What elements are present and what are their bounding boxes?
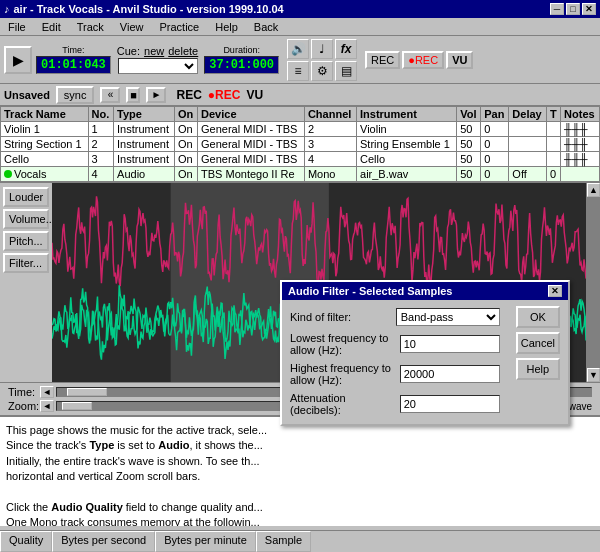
filter-kind-row: Kind of filter: Band-pass Low-pass High-… — [290, 308, 500, 326]
lowest-freq-input[interactable] — [400, 335, 500, 353]
play-button[interactable]: ▶ — [4, 46, 32, 74]
filter-kind-label: Kind of filter: — [290, 311, 392, 323]
table-cell: 1 — [88, 122, 114, 137]
menu-edit[interactable]: Edit — [38, 20, 65, 34]
table-cell: Mono — [304, 167, 356, 182]
table-cell: Violin — [357, 122, 457, 137]
table-cell: Cello — [357, 152, 457, 167]
toolbar: ▶ Time: 01:01:043 Cue: new delete Durati… — [0, 36, 600, 84]
dialog-title-bar: Audio Filter - Selected Samples ✕ — [282, 282, 568, 300]
table-row[interactable]: Cello3InstrumentOnGeneral MIDI - TBS4Cel… — [1, 152, 600, 167]
th-no: No. — [88, 107, 114, 122]
filter-button[interactable]: Filter... — [3, 253, 49, 273]
th-notes: Notes — [561, 107, 600, 122]
settings-icon[interactable]: ⚙ — [311, 61, 333, 81]
vu-label: VU — [246, 88, 263, 102]
highest-freq-row: Highest frequency to allow (Hz): — [290, 362, 500, 386]
rec-label: REC — [176, 88, 201, 102]
menu-view[interactable]: View — [116, 20, 148, 34]
table-cell: 3 — [304, 137, 356, 152]
th-vol: Vol — [457, 107, 481, 122]
bottom-tabs: Quality Bytes per second Bytes per minut… — [0, 530, 600, 552]
minimize-button[interactable]: ─ — [550, 3, 564, 15]
table-cell: On — [175, 122, 198, 137]
maximize-button[interactable]: □ — [566, 3, 580, 15]
nav-next-button[interactable]: ► — [146, 87, 166, 103]
zoom-scroll-left[interactable]: ◄ — [40, 400, 54, 412]
table-cell: Instrument — [114, 137, 175, 152]
louder-button[interactable]: Louder — [3, 187, 49, 207]
time-label: Time: — [62, 45, 84, 55]
th-pan: Pan — [481, 107, 509, 122]
rec-red-button[interactable]: ●REC — [402, 51, 444, 69]
filter-kind-select[interactable]: Band-pass Low-pass High-pass Notch — [396, 308, 500, 326]
app-icon: ♪ — [4, 3, 10, 15]
table-cell: 2 — [304, 122, 356, 137]
table-row[interactable]: String Section 12InstrumentOnGeneral MID… — [1, 137, 600, 152]
table-cell: String Section 1 — [1, 137, 89, 152]
vu-button[interactable]: VU — [446, 51, 473, 69]
dialog-help-button[interactable]: Help — [516, 358, 560, 380]
nav-prev-button[interactable]: « — [100, 87, 120, 103]
cue-delete-btn[interactable]: delete — [168, 45, 198, 57]
table-cell: 0 — [546, 167, 560, 182]
table-header-row: Track Name No. Type On Device Channel In… — [1, 107, 600, 122]
time-scroll-left[interactable]: ◄ — [40, 386, 54, 398]
table-cell — [509, 122, 547, 137]
dialog-content: Kind of filter: Band-pass Low-pass High-… — [282, 300, 568, 424]
table-cell: ╫╫╫ — [561, 137, 600, 152]
time-scrollbar-thumb[interactable] — [67, 388, 107, 396]
volume-icon[interactable]: 🔊 — [287, 39, 309, 59]
zoom-scrollbar-thumb[interactable] — [62, 402, 92, 410]
cue-new-btn[interactable]: new — [144, 45, 164, 57]
tab-quality[interactable]: Quality — [0, 531, 52, 552]
scroll-down-btn[interactable]: ▼ — [587, 368, 600, 382]
table-cell: 50 — [457, 152, 481, 167]
vertical-scrollbar[interactable]: ▲ ▼ — [586, 183, 600, 382]
table-row[interactable]: Vocals4AudioOnTBS Montego II ReMonoair_B… — [1, 167, 600, 182]
dialog-close-btn[interactable]: ✕ — [548, 285, 562, 297]
sync-button[interactable]: sync — [56, 86, 95, 104]
highest-freq-input[interactable] — [400, 365, 500, 383]
tab-bytes-per-second[interactable]: Bytes per second — [52, 531, 155, 552]
dialog-ok-button[interactable]: OK — [516, 306, 560, 328]
table-cell — [509, 137, 547, 152]
dialog-title-text: Audio Filter - Selected Samples — [288, 285, 452, 297]
attenuation-input[interactable] — [400, 395, 500, 413]
menu-track[interactable]: Track — [73, 20, 108, 34]
table-cell: 50 — [457, 167, 481, 182]
duration-display: 37:01:000 — [204, 56, 279, 74]
left-buttons: Louder Volume... Pitch... Filter... — [0, 183, 52, 382]
table-cell: String Ensemble 1 — [357, 137, 457, 152]
menu-file[interactable]: File — [4, 20, 30, 34]
dialog-cancel-button[interactable]: Cancel — [516, 332, 560, 354]
extra-icon[interactable]: ▤ — [335, 61, 357, 81]
pitch-button[interactable]: Pitch... — [3, 231, 49, 251]
nav-stop-button[interactable]: ■ — [126, 87, 140, 103]
menu-help[interactable]: Help — [211, 20, 242, 34]
lowest-freq-row: Lowest frequency to allow (Hz): — [290, 332, 500, 356]
piano-icon[interactable]: ♩ — [311, 39, 333, 59]
table-cell: General MIDI - TBS — [198, 152, 305, 167]
table-row[interactable]: Violin 11InstrumentOnGeneral MIDI - TBS2… — [1, 122, 600, 137]
table-cell: 2 — [88, 137, 114, 152]
tab-sample[interactable]: Sample — [256, 531, 311, 552]
mixer-icon[interactable]: ≡ — [287, 61, 309, 81]
volume-button[interactable]: Volume... — [3, 209, 49, 229]
table-cell: 50 — [457, 137, 481, 152]
scroll-up-btn[interactable]: ▲ — [587, 183, 600, 197]
table-cell: 0 — [481, 122, 509, 137]
table-cell: Vocals — [1, 167, 89, 182]
table-cell: Instrument — [114, 152, 175, 167]
menu-back[interactable]: Back — [250, 20, 282, 34]
close-button[interactable]: ✕ — [582, 3, 596, 15]
rec-button[interactable]: REC — [365, 51, 400, 69]
description-area: This page shows the music for the active… — [0, 416, 600, 526]
tab-bytes-per-minute[interactable]: Bytes per minute — [155, 531, 256, 552]
table-cell: Off — [509, 167, 547, 182]
fx-icon[interactable]: fx — [335, 39, 357, 59]
cue-dropdown[interactable] — [118, 58, 198, 74]
table-cell: On — [175, 137, 198, 152]
menu-practice[interactable]: Practice — [155, 20, 203, 34]
table-cell: 0 — [481, 137, 509, 152]
